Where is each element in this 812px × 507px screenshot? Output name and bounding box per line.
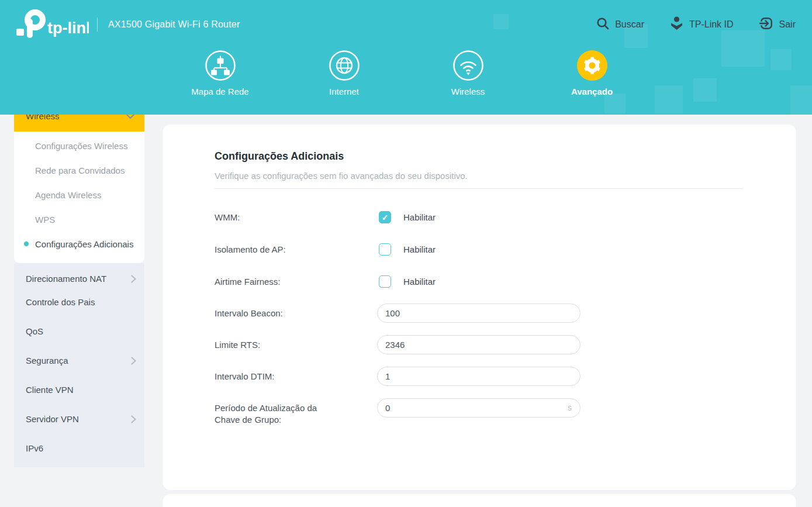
product-title: AX1500 Gigabit Wi-Fi 6 Router <box>108 19 240 30</box>
tp-link-logo-icon: tp-link <box>14 9 89 40</box>
wmm-label: WMM: <box>215 212 377 223</box>
sidebar-item-label: QoS <box>26 326 43 336</box>
search-icon <box>596 17 609 32</box>
nav-label: Avançado <box>571 87 613 96</box>
tplink-id-label: TP-Link ID <box>689 19 734 30</box>
wifi-icon <box>453 50 483 81</box>
logout-button[interactable]: Sair <box>759 16 796 33</box>
settings-form: WMM: ✓ Habilitar Isolamento de AP: ✓ Hab… <box>215 201 742 426</box>
sidebar-item-label: Controle dos Pais <box>26 297 95 307</box>
tplink-id-button[interactable]: TP-Link ID <box>670 16 734 33</box>
sidebar-item-configuracoes-wireless[interactable]: Configurações Wireless <box>14 139 144 153</box>
page-title: Configurações Adicionais <box>215 150 742 163</box>
sidebar-item-label: Rede para Convidados <box>35 165 125 175</box>
chevron-right-icon <box>131 415 136 423</box>
airtime-fairness-label: Airtime Fairness: <box>215 276 377 288</box>
gear-icon <box>577 50 607 81</box>
group-key-update-label: Período de Atualização da Chave de Grupo… <box>215 392 377 426</box>
rts-threshold-label: Limite RTS: <box>215 329 377 351</box>
wmm-row: WMM: ✓ Habilitar <box>215 201 742 233</box>
search-button[interactable]: Buscar <box>596 17 644 32</box>
sidebar-item-label: Agenda Wireless <box>35 190 101 200</box>
search-label: Buscar <box>615 19 644 30</box>
nav-label: Wireless <box>451 87 485 96</box>
group-key-update-row: Período de Atualização da Chave de Grupo… <box>215 392 742 426</box>
sidebar-item-seguranca[interactable]: Segurança <box>14 346 144 375</box>
sidebar-item-configuracoes-adicionais[interactable]: Configurações Adicionais <box>14 237 144 251</box>
check-icon: ✓ <box>382 213 389 222</box>
sidebar-item-ipv6[interactable]: IPv6 <box>14 434 144 463</box>
sidebar-item-direcionamento-nat[interactable]: Direcionamento NAT <box>14 270 144 288</box>
active-dot-icon <box>24 242 29 246</box>
sidebar-items: Direcionamento NAT Controle dos Pais QoS… <box>14 263 144 467</box>
person-icon <box>670 16 683 33</box>
enable-label: Habilitar <box>403 277 436 287</box>
nav-item-network-map[interactable]: Mapa de Rede <box>174 50 267 96</box>
wmm-checkbox[interactable]: ✓ <box>379 211 391 223</box>
logout-arrow-icon <box>759 16 773 33</box>
sidebar-submenu: Configurações Wireless Rede para Convida… <box>14 132 144 263</box>
nav-label: Internet <box>329 87 359 96</box>
ap-isolation-label: Isolamento de AP: <box>215 244 377 256</box>
tp-link-logo[interactable]: tp-link <box>14 9 89 40</box>
router-admin-page: tp-link AX1500 Gigabit Wi-Fi 6 Router Bu… <box>0 0 812 507</box>
sidebar-item-label: Segurança <box>26 356 68 365</box>
dtim-interval-input[interactable] <box>377 367 581 386</box>
nav-label: Mapa de Rede <box>191 87 248 96</box>
sidebar-item-label: Configurações Wireless <box>35 141 127 151</box>
sidebar-item-qos[interactable]: QoS <box>14 317 144 346</box>
main-nav: Mapa de Rede Internet <box>0 50 812 96</box>
globe-icon <box>329 50 360 81</box>
sidebar-item-agenda-wireless[interactable]: Agenda Wireless <box>14 188 144 202</box>
page-subtitle: Verifique as configurações sem fio avanç… <box>215 170 742 182</box>
additional-settings-card: Configurações Adicionais Verifique as co… <box>163 125 796 490</box>
sidebar-item-label: Direcionamento NAT <box>26 274 106 284</box>
sidebar-item-wps[interactable]: WPS <box>14 213 144 227</box>
rts-threshold-row: Limite RTS: <box>215 329 742 361</box>
chevron-right-icon <box>131 275 136 283</box>
brand-divider <box>97 18 98 32</box>
sidebar-item-label: Servidor VPN <box>26 414 79 424</box>
sidebar-item-controle-dos-pais[interactable]: Controle dos Pais <box>14 288 144 317</box>
nav-item-advanced[interactable]: Avançado <box>545 50 639 96</box>
beacon-interval-input[interactable] <box>377 303 581 323</box>
topbar-right: Buscar TP-Link ID <box>596 16 796 33</box>
header-pattern-square <box>604 94 626 113</box>
rts-threshold-input[interactable] <box>377 335 581 354</box>
svg-text:tp-link: tp-link <box>47 19 89 37</box>
sidebar-item-label: WPS <box>35 215 55 225</box>
sidebar: Wireless Configurações Wireless Rede par… <box>14 101 144 467</box>
enable-label: Habilitar <box>403 244 436 254</box>
next-section-card <box>163 494 796 507</box>
airtime-fairness-checkbox[interactable]: ✓ <box>379 275 391 288</box>
beacon-interval-row: Intervalo Beacon: <box>215 298 742 329</box>
group-key-update-input[interactable] <box>377 398 581 418</box>
logout-label: Sair <box>779 19 796 30</box>
dtim-interval-row: Intervalo DTIM: <box>215 361 742 392</box>
dtim-interval-label: Intervalo DTIM: <box>215 361 377 382</box>
sidebar-item-label: IPv6 <box>26 443 43 453</box>
nav-item-internet[interactable]: Internet <box>298 50 391 96</box>
network-map-icon <box>205 50 236 81</box>
airtime-fairness-row: Airtime Fairness: ✓ Habilitar <box>215 265 742 298</box>
sidebar-item-rede-para-convidados[interactable]: Rede para Convidados <box>14 164 144 178</box>
topbar: tp-link AX1500 Gigabit Wi-Fi 6 Router Bu… <box>14 0 796 49</box>
ap-isolation-row: Isolamento de AP: ✓ Habilitar <box>215 233 742 265</box>
divider <box>215 188 742 189</box>
nav-item-wireless[interactable]: Wireless <box>421 50 515 96</box>
sidebar-item-label: Configurações Adicionais <box>35 239 133 249</box>
sidebar-item-cliente-vpn[interactable]: Cliente VPN <box>14 375 144 405</box>
sidebar-item-servidor-vpn[interactable]: Servidor VPN <box>14 405 144 434</box>
enable-label: Habilitar <box>403 212 436 222</box>
ap-isolation-checkbox[interactable]: ✓ <box>379 243 391 256</box>
app-header: tp-link AX1500 Gigabit Wi-Fi 6 Router Bu… <box>0 0 812 115</box>
sidebar-item-label: Cliente VPN <box>26 385 74 395</box>
chevron-right-icon <box>131 357 136 365</box>
beacon-interval-label: Intervalo Beacon: <box>215 298 377 319</box>
